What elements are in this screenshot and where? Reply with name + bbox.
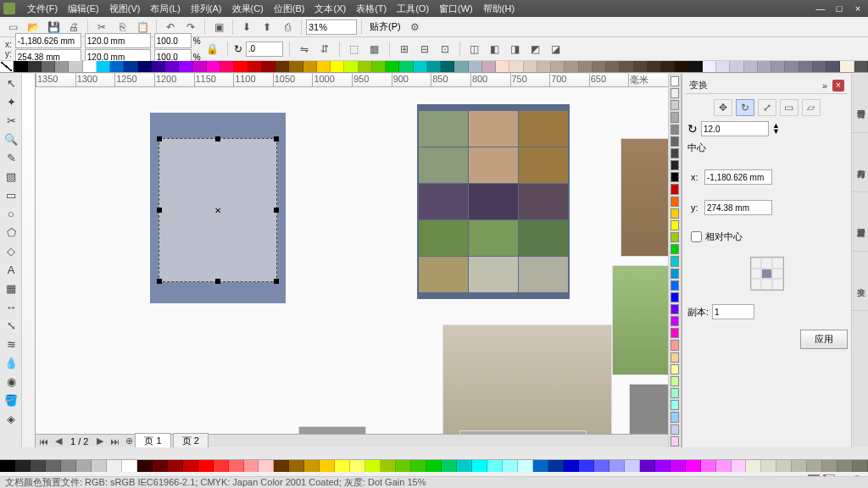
menu-窗口(W)[interactable]: 窗口(W) [434, 3, 478, 15]
options-button[interactable]: ⚙ [406, 19, 425, 36]
color-swatch[interactable] [262, 61, 275, 72]
side-tab[interactable]: 对齐与分布 [852, 133, 868, 192]
color-swatch[interactable] [320, 460, 335, 472]
color-swatch[interactable] [661, 61, 675, 72]
shape-tool[interactable]: ✦ [1, 92, 21, 111]
color-swatch[interactable] [716, 61, 730, 72]
color-swatch[interactable] [179, 61, 192, 72]
position-mode-icon[interactable]: ✥ [714, 99, 732, 116]
color-swatch[interactable] [42, 61, 55, 72]
color-swatch[interactable] [670, 197, 679, 207]
add-page-button[interactable]: ⊕ [123, 435, 135, 447]
minimize-button[interactable]: — [814, 3, 827, 14]
color-swatch[interactable] [670, 125, 679, 135]
color-swatch[interactable] [469, 61, 482, 72]
color-swatch[interactable] [441, 61, 454, 72]
color-swatch[interactable] [840, 61, 854, 72]
collage-image[interactable] [417, 104, 570, 299]
export-button[interactable]: ⬆ [258, 19, 276, 36]
color-swatch[interactable] [670, 304, 679, 314]
photo-3[interactable] [442, 324, 612, 447]
page-tab-1[interactable]: 页 1 [135, 433, 170, 447]
color-swatch[interactable] [670, 256, 679, 266]
mirror-h-icon[interactable]: ⇋ [296, 41, 313, 58]
color-swatch[interactable] [648, 61, 661, 72]
color-swatch[interactable] [686, 460, 701, 472]
color-swatch[interactable] [565, 61, 578, 72]
color-swatch[interactable] [548, 460, 564, 472]
color-swatch[interactable] [303, 61, 317, 72]
last-page-button[interactable]: ⏭ [107, 436, 123, 446]
color-swatch[interactable] [15, 460, 31, 472]
color-swatch[interactable] [744, 61, 758, 72]
color-swatch[interactable] [234, 61, 248, 72]
order-icon[interactable]: ▦ [366, 41, 383, 58]
color-swatch[interactable] [670, 460, 686, 472]
import-button[interactable]: ⬇ [237, 19, 256, 36]
color-swatch[interactable] [31, 460, 46, 472]
color-swatch[interactable] [274, 460, 289, 472]
page-tab-2[interactable]: 页 2 [173, 433, 209, 447]
color-swatch[interactable] [670, 244, 679, 254]
color-swatch[interactable] [670, 112, 679, 122]
color-swatch[interactable] [807, 460, 822, 472]
scale-mode-icon[interactable]: ⤢ [758, 99, 776, 116]
pick-tool[interactable]: ↖ [1, 74, 21, 92]
color-swatch[interactable] [122, 460, 137, 472]
rotate-mode-icon[interactable]: ↻ [736, 99, 754, 116]
color-swatch[interactable] [579, 460, 594, 472]
publish-button[interactable]: ⎙ [278, 19, 297, 36]
align-icon[interactable]: ⬚ [346, 41, 363, 58]
color-swatch[interactable] [670, 388, 679, 398]
color-swatch[interactable] [482, 61, 496, 72]
side-tab[interactable]: 变换 [852, 252, 868, 311]
menu-帮助(H)[interactable]: 帮助(H) [478, 3, 520, 15]
color-swatch[interactable] [670, 76, 679, 86]
color-swatch[interactable] [701, 460, 716, 472]
color-swatch[interactable] [165, 61, 179, 72]
color-swatch[interactable] [670, 100, 679, 110]
color-swatch[interactable] [799, 61, 813, 72]
group-icon[interactable]: ⊞ [396, 41, 413, 58]
outline-tool[interactable]: ◉ [1, 372, 21, 391]
color-swatch[interactable] [606, 61, 620, 72]
color-swatch[interactable] [732, 460, 747, 472]
color-swatch[interactable] [344, 61, 358, 72]
color-swatch[interactable] [853, 460, 868, 472]
color-swatch[interactable] [670, 232, 679, 242]
apply-button[interactable]: 应用 [800, 330, 848, 349]
color-swatch[interactable] [640, 460, 655, 472]
lock-ratio-icon[interactable]: 🔒 [204, 41, 221, 58]
text-tool[interactable]: A [1, 260, 21, 279]
color-swatch[interactable] [244, 460, 259, 472]
color-swatch[interactable] [593, 61, 606, 72]
color-swatch[interactable] [153, 460, 168, 472]
side-tab[interactable]: 符号管理器 [852, 74, 868, 133]
color-swatch[interactable] [826, 61, 840, 72]
color-swatch[interactable] [670, 208, 679, 219]
maximize-button[interactable]: □ [832, 3, 846, 14]
color-swatch[interactable] [670, 400, 679, 410]
color-swatch[interactable] [670, 352, 679, 363]
copies-input[interactable] [712, 304, 754, 319]
color-swatch[interactable] [537, 61, 551, 72]
trim-icon[interactable]: ◨ [507, 41, 524, 58]
color-swatch[interactable] [579, 61, 593, 72]
color-swatch[interactable] [689, 61, 703, 72]
color-swatch[interactable] [83, 61, 97, 72]
color-swatch[interactable] [670, 328, 679, 338]
color-swatch[interactable] [289, 460, 304, 472]
smart-fill-tool[interactable]: ▧ [1, 167, 21, 186]
ellipse-tool[interactable]: ○ [1, 204, 21, 223]
color-swatch[interactable] [670, 280, 679, 291]
color-swatch[interactable] [289, 61, 303, 72]
ungroup-icon[interactable]: ⊟ [416, 41, 433, 58]
color-swatch[interactable] [518, 460, 533, 472]
color-palette-top[interactable] [0, 61, 868, 73]
color-swatch[interactable] [124, 61, 137, 72]
simplify-icon[interactable]: ◪ [548, 41, 565, 58]
color-swatch[interactable] [670, 160, 679, 170]
ungroup-all-icon[interactable]: ⊡ [437, 41, 453, 58]
color-swatch[interactable] [457, 460, 472, 472]
color-swatch[interactable] [248, 61, 262, 72]
